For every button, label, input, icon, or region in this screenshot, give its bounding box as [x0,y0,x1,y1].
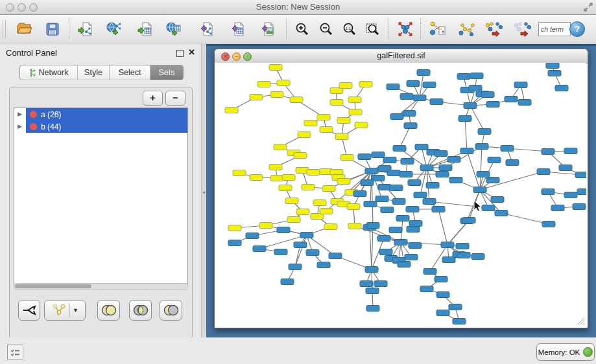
difference-sets-button[interactable] [160,300,182,321]
tab-select[interactable]: Select [110,65,150,80]
help-button[interactable]: ? [569,21,585,37]
scrollbar-thumb[interactable] [15,284,91,288]
graph-node-blue [457,253,470,258]
zoom-out-button[interactable] [316,19,336,39]
export-image-button[interactable] [257,19,277,39]
graph-node-yellow [302,185,315,190]
first-neighbors-button[interactable] [457,19,476,39]
graph-node-blue [486,177,499,183]
graph-node-yellow [270,92,283,98]
memory-ok-indicator [583,347,593,357]
graph-node-blue [379,249,392,255]
graph-node-yellow [250,95,263,100]
union-sets-button[interactable] [97,300,120,321]
float-panel-icon[interactable] [176,50,184,57]
graph-node-blue [413,95,426,101]
import-table-file-button[interactable] [136,19,155,39]
venn-union-icon [101,304,117,317]
graph-node-blue [365,168,378,174]
graph-node-blue [423,269,436,275]
tab-style[interactable]: Style [78,65,110,80]
graph-node-blue [559,165,572,171]
export-table-button[interactable] [228,19,247,39]
apply-layout-button[interactable] [396,19,415,39]
export-table-icon [229,21,246,38]
venn-intersection-icon [132,304,149,317]
graph-node-yellow [337,118,350,124]
graph-node-blue [396,216,409,222]
button-divider [69,303,70,317]
graph-node-blue [389,227,402,233]
zoom-in-button[interactable] [292,19,312,39]
network-canvas[interactable] [215,63,586,326]
control-panel: Control Panel ✕ Network Style Select Set… [0,44,201,337]
zoom-actual-icon: 1:1 [342,21,357,37]
create-group-button[interactable]: ▼ [44,300,86,321]
graph-node-blue [453,319,466,324]
toolbar-separator [420,18,421,40]
set-color-dot [30,111,37,118]
import-table-url-button[interactable] [164,19,184,39]
graph-node-yellow [337,179,350,185]
network-frame-titlebar[interactable]: ✕ − + galFiltered.sif [215,49,588,63]
toolbar-grip [3,20,6,38]
export-network-button[interactable] [197,19,216,39]
chevron-down-icon[interactable]: ▼ [73,307,78,313]
save-session-button[interactable] [43,19,62,39]
new-network-from-selection-button[interactable] [428,19,447,39]
graph-node-yellow [340,155,353,161]
memory-status-button[interactable]: Memory: OK [536,343,595,361]
control-panel-tabs: Network Style Select Sets [19,65,184,80]
graph-node-blue [353,191,366,197]
hide-selected-button[interactable] [484,19,503,39]
graph-node-blue [435,151,447,157]
show-all-button[interactable] [512,19,532,39]
add-set-button[interactable]: + [143,91,163,106]
graph-node-blue [361,180,374,186]
control-panel-header: Control Panel ✕ [0,44,201,62]
graph-node-blue [294,242,307,248]
split-arrows-icon [22,304,36,317]
graph-node-blue [518,100,531,106]
graph-node-blue [387,84,399,90]
graph-node-blue [449,177,462,183]
intersect-sets-button[interactable] [129,300,152,321]
graph-node-blue [377,236,390,242]
tab-sets-label: Sets [158,65,174,80]
search-input[interactable] [538,22,571,36]
import-network-url-button[interactable] [104,19,124,39]
graph-node-blue [406,207,419,212]
import-network-file-button[interactable] [76,19,95,39]
graph-node-blue [501,146,514,152]
network-graph[interactable] [215,63,586,326]
control-panel-title: Control Panel [6,48,57,58]
remove-set-button[interactable]: − [165,91,185,106]
graph-node-blue [555,85,568,91]
zoom-in-icon [294,21,310,37]
status-bar: Memory: OK [0,337,596,364]
graph-node-blue [281,279,294,285]
splitter-collapse-handle[interactable]: ◂ [202,189,205,195]
sets-horizontal-scrollbar[interactable] [14,283,188,290]
tab-sets[interactable]: Sets [150,65,183,80]
task-history-button[interactable] [7,345,23,359]
tab-network[interactable]: Network [20,65,78,80]
expander-icon[interactable]: ▶ [18,111,22,117]
fullscreen-icon[interactable] [584,3,593,12]
expander-icon[interactable]: ▶ [18,123,22,130]
open-session-button[interactable] [14,19,34,39]
zoom-selected-button[interactable] [363,19,383,39]
network-frame[interactable]: ✕ − + galFiltered.sif [214,49,588,328]
resize-grip-icon[interactable] [577,317,585,325]
zoom-actual-button[interactable]: 1:1 [340,19,359,39]
graph-node-yellow [347,204,360,210]
split-set-button[interactable] [18,300,40,321]
graph-node-yellow [270,176,283,181]
close-panel-icon[interactable]: ✕ [188,47,195,57]
set-row-b[interactable]: ▶ b (44) [14,120,187,133]
tab-network-label: Network [39,65,69,80]
graph-node-blue [400,94,413,100]
graph-node-blue [471,254,484,260]
graph-node-yellow [320,209,333,214]
set-row-a[interactable]: ▶ a (26) [14,108,187,120]
